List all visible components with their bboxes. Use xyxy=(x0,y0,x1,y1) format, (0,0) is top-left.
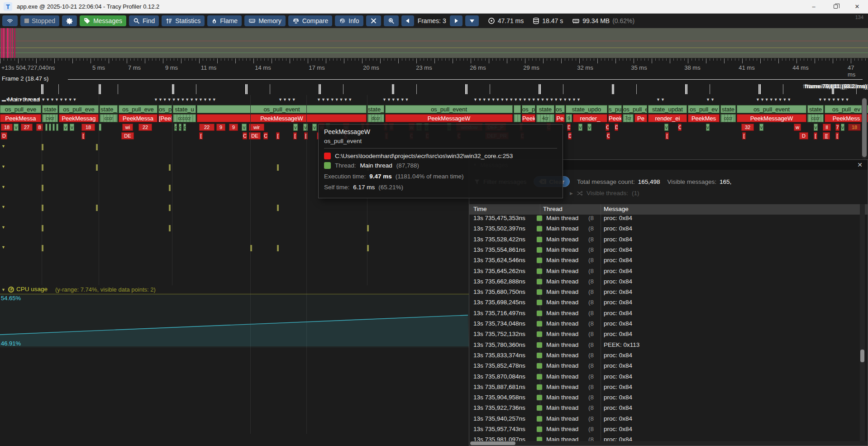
timeline-zone-small[interactable]: D xyxy=(615,124,618,131)
timeline-zone-small[interactable] xyxy=(45,124,48,131)
message-row[interactable]: 13s 735,833,374nsMain thread(8proc: 0x84 xyxy=(469,351,868,361)
frame-bar[interactable] xyxy=(7,28,9,58)
timeline-zone-small[interactable]: v xyxy=(312,124,317,131)
minimize-button[interactable]: – xyxy=(803,0,825,14)
timeline-zone[interactable]: cccr xyxy=(807,114,824,122)
prev-frame-button[interactable] xyxy=(401,15,414,26)
message-row[interactable]: 13s 735,662,888nsMain thread(8proc: 0x84 xyxy=(469,277,868,288)
timeline-zone[interactable]: PeekMessageW xyxy=(197,114,367,122)
timeline-zone-small[interactable]: c xyxy=(183,124,186,131)
column-header-message[interactable]: Message xyxy=(604,206,629,212)
timeline-zone[interactable]: Pe xyxy=(555,114,565,122)
timeline-zone-small[interactable]: 18 xyxy=(848,124,861,131)
timeline-zone-small[interactable]: v xyxy=(664,124,668,131)
info-button[interactable]: Info xyxy=(335,15,363,26)
message-row[interactable]: 13s 735,852,478nsMain thread(8proc: 0x84 xyxy=(469,361,868,372)
timeline-zone-small[interactable]: v xyxy=(242,124,247,131)
message-row[interactable]: 13s 735,554,861nsMain thread(8proc: 0x84 xyxy=(469,245,868,256)
timeline-zone-small[interactable]: [ xyxy=(304,132,308,139)
timeline-zone-small[interactable] xyxy=(56,124,58,131)
restore-button[interactable] xyxy=(825,0,846,14)
frames-overview[interactable] xyxy=(0,28,868,58)
frame-bar[interactable] xyxy=(1,28,3,58)
collapse-triangle-icon[interactable]: ▼ xyxy=(1,164,5,169)
timeline-zone[interactable]: os_pull_event xyxy=(385,105,513,113)
timeline-zone[interactable]: state xyxy=(720,105,736,113)
options-button[interactable] xyxy=(62,15,77,26)
timeline-zone-small[interactable]: D xyxy=(568,132,572,139)
collapse-triangle-icon[interactable]: ▼ xyxy=(1,205,5,209)
close-button[interactable]: ✕ xyxy=(846,0,868,14)
timeline-zone-small[interactable]: c xyxy=(174,124,177,131)
timeline-zone-small[interactable]: ll xyxy=(823,124,831,131)
timeline-zone[interactable]: state_updo xyxy=(566,105,607,113)
collapse-triangle-icon[interactable]: ▼ xyxy=(1,185,5,189)
timeline-zone-small[interactable]: C xyxy=(678,124,682,131)
messages-button[interactable]: Messages xyxy=(80,15,126,26)
timeline-zone-small[interactable]: D xyxy=(1,132,7,139)
cpu-usage-plot[interactable] xyxy=(0,294,469,353)
timeline-zone[interactable]: cccr xyxy=(720,114,736,122)
message-row[interactable]: 13s 735,870,084nsMain thread(8proc: 0x84 xyxy=(469,372,868,383)
timeline-zone-small[interactable]: v xyxy=(759,124,763,131)
column-header-time[interactable]: Time xyxy=(473,206,487,212)
timeline-zone-small[interactable]: wir xyxy=(249,124,264,131)
message-row[interactable]: 13s 735,502,397nsMain thread(8proc: 0x84 xyxy=(469,224,868,235)
message-row[interactable]: 13s 735,904,958nsMain thread(8proc: 0x84 xyxy=(469,393,868,403)
messages-horizontal-scrollbar[interactable] xyxy=(469,441,868,446)
statistics-button[interactable]: Statistics xyxy=(162,15,205,26)
timeline-zone[interactable]: state xyxy=(807,105,824,113)
timeline-zone-small[interactable]: [ xyxy=(293,132,297,139)
timeline-zone[interactable]: s_pu xyxy=(608,105,622,113)
timeline-zone[interactable]: os_ xyxy=(555,105,565,113)
frame-marks-row[interactable] xyxy=(0,84,868,95)
collapse-triangle-icon[interactable]: ▼ xyxy=(1,288,5,292)
messages-close-button[interactable]: ✕ xyxy=(855,160,865,170)
frame-bar[interactable] xyxy=(5,28,6,58)
compare-button[interactable]: Compare xyxy=(288,15,333,26)
timeline-zone[interactable] xyxy=(514,114,521,122)
message-row[interactable]: 13s 735,698,245nsMain thread(8proc: 0x84 xyxy=(469,298,868,308)
timeline-zone-small[interactable]: [ xyxy=(814,132,817,139)
message-row[interactable]: 13s 735,922,736nsMain thread(8proc: 0x84 xyxy=(469,403,868,414)
timeline-zone-small[interactable]: c xyxy=(179,124,181,131)
timeline-zone[interactable]: state xyxy=(42,105,58,113)
timeline-zone[interactable]: os_pull_event xyxy=(197,105,367,113)
timeline-zone-small[interactable]: v xyxy=(70,124,74,131)
timeline-zone-small[interactable]: 9 xyxy=(216,124,225,131)
timeline-zone-small[interactable]: 18 xyxy=(81,124,95,131)
frame-bar[interactable] xyxy=(14,28,15,58)
timeline-zone-small[interactable]: [ xyxy=(835,132,839,139)
timeline-zone-small[interactable]: w xyxy=(794,124,801,131)
message-row[interactable]: 13s 735,780,360nsMain thread(8PEEK: 0x11… xyxy=(469,340,868,351)
messages-hscroll-thumb[interactable] xyxy=(470,441,515,445)
next-frame-button[interactable] xyxy=(450,15,463,26)
timeline-zone[interactable]: Peek xyxy=(522,114,535,122)
timeline-zone-small[interactable]: [ xyxy=(81,132,85,139)
timeline-zone[interactable]: state_u xyxy=(173,105,196,113)
timeline-zone[interactable]: cccr xyxy=(100,114,118,122)
timeline-zone[interactable]: cvcr xyxy=(42,114,58,122)
timeline-zone-small[interactable]: v xyxy=(706,124,710,131)
timeline-zone[interactable]: os_pull_event xyxy=(737,105,806,113)
timeline-zone[interactable]: 9 xyxy=(566,114,572,122)
timeline-zone-small[interactable]: v xyxy=(841,124,844,131)
timeline-zone-small[interactable]: v xyxy=(303,124,308,131)
timeline-zone-small[interactable] xyxy=(49,124,51,131)
timeline-zone[interactable]: Pe xyxy=(634,114,647,122)
timeline-zone-small[interactable]: 9 xyxy=(229,124,238,131)
timeline-zone[interactable]: [Peek xyxy=(158,114,172,122)
timeline-zone[interactable]: os_p xyxy=(522,105,535,113)
timeline-zone-small[interactable]: D xyxy=(567,124,571,131)
timeline-zone[interactable]: state_ xyxy=(100,105,118,113)
message-row[interactable]: 13s 735,940,257nsMain thread(8proc: 0x84 xyxy=(469,414,868,425)
timeline-zone-small[interactable]: 7 xyxy=(835,124,839,131)
timeline-zone[interactable]: PeekMessa xyxy=(119,114,157,122)
timeline-zone-small[interactable] xyxy=(52,124,55,131)
timeline-zone[interactable]: os_pull_e xyxy=(623,105,647,113)
timeline-zone-small[interactable]: C xyxy=(606,132,610,139)
timeline-zone[interactable]: Peek xyxy=(608,114,622,122)
message-row[interactable]: 13s 735,528,422nsMain thread(8proc: 0x84 xyxy=(469,235,868,245)
main-thread-row[interactable]: ▬Main thread ▼▼▼▼▼▼▼▼▼▼▼▼▼▼▼▼▼▼▼▼▼▼▼▼▼▼▼… xyxy=(0,96,868,105)
timeline-scrollbar-thumb[interactable] xyxy=(862,98,867,157)
